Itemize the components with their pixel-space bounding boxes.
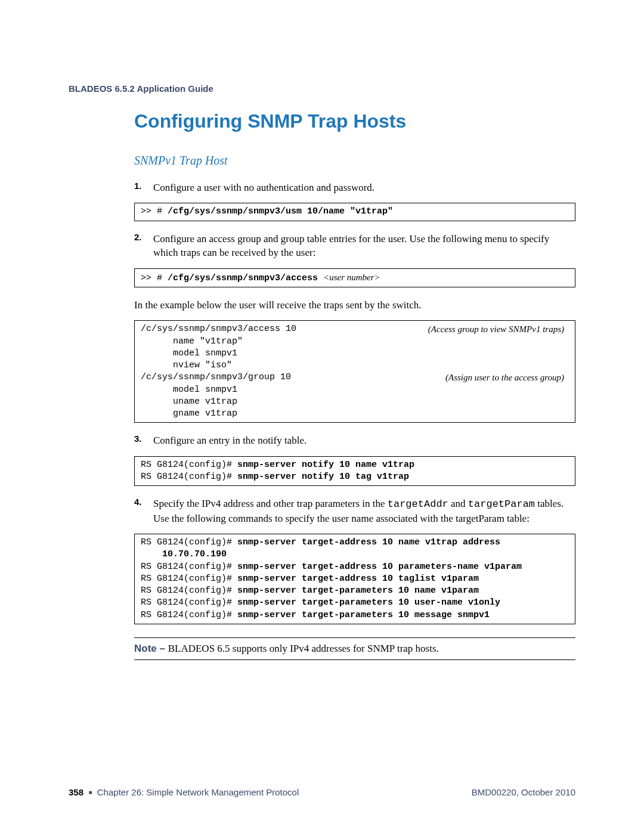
step-number: 2. — [134, 232, 150, 260]
content-body: 1. Configure a user with no authenticati… — [134, 181, 575, 660]
square-icon: ■ — [88, 789, 92, 795]
note-rule-top — [134, 637, 575, 638]
code-cmd: snmp-server target-parameters 10 message… — [237, 610, 490, 620]
step-number: 1. — [134, 181, 150, 194]
note: Note – BLADEOS 6.5 supports only IPv4 ad… — [134, 643, 575, 655]
text-part: and — [448, 498, 468, 509]
code-prompt: RS G8124(config)# — [141, 537, 237, 547]
code-block-3: RS G8124(config)# snmp-server notify 10 … — [134, 456, 575, 487]
code-cmd: snmp-server target-address 10 taglist v1… — [237, 574, 479, 584]
step-1: 1. Configure a user with no authenticati… — [134, 181, 575, 194]
code-line: model snmpv1 — [141, 384, 569, 396]
mono-term: targetAddr — [388, 498, 448, 510]
section-subtitle: SNMPv1 Trap Host — [134, 154, 575, 168]
code-line: uname v1trap — [141, 396, 569, 408]
step-text: Configure an entry in the notify table. — [153, 433, 575, 447]
code-cmd: snmp-server target-address 10 parameters… — [237, 562, 522, 572]
code-prefix: >> # — [141, 206, 168, 216]
note-body: BLADEOS 6.5 supports only IPv4 addresses… — [168, 643, 439, 654]
code-line: nview "iso" — [141, 360, 569, 371]
code-cmd: snmp-server notify 10 name v1trap — [237, 460, 414, 470]
step-text: Configure a user with no authentication … — [153, 181, 575, 194]
code-cmd: snmp-server target-parameters 10 name v1… — [237, 586, 479, 596]
code-block-example: /c/sys/ssnmp/snmpv3/access 10(Access gro… — [134, 320, 575, 423]
code-prompt: RS G8124(config)# — [141, 597, 237, 608]
code-line: model snmpv1 — [141, 348, 569, 360]
code-prompt: RS G8124(config)# — [141, 472, 237, 482]
code-comment: (Access group to view SNMPv1 traps) — [296, 323, 569, 335]
code-prompt: RS G8124(config)# — [141, 586, 237, 596]
code-prompt: RS G8124(config)# — [141, 574, 237, 584]
footer-left: 358 ■ Chapter 26: Simple Network Managem… — [69, 787, 299, 797]
note-rule-bottom — [134, 659, 575, 660]
page: BLADEOS 6.5.2 Application Guide Configur… — [0, 0, 644, 833]
step-followup: In the example below the user will recei… — [134, 298, 575, 312]
page-number: 358 — [69, 787, 83, 797]
code-block-4: RS G8124(config)# snmp-server target-add… — [134, 534, 575, 624]
text-part: Specify the IPv4 address and other trap … — [153, 498, 388, 509]
code-line: gname v1trap — [141, 408, 569, 420]
code-line: /c/sys/ssnmp/snmpv3/group 10 — [141, 371, 291, 383]
code-prompt: RS G8124(config)# — [141, 562, 237, 572]
code-prompt: RS G8124(config)# — [141, 460, 237, 470]
step-number: 4. — [134, 497, 150, 525]
step-number: 3. — [134, 433, 150, 447]
step-4: 4. Specify the IPv4 address and other tr… — [134, 497, 575, 525]
note-label: Note – — [134, 643, 168, 654]
code-comment: (Assign user to the access group) — [291, 371, 569, 383]
code-prefix: >> # — [141, 273, 168, 283]
code-prompt: RS G8124(config)# — [141, 610, 237, 620]
code-cmd: snmp-server target-address 10 name v1tra… — [237, 537, 506, 547]
code-arg: <user number> — [323, 272, 380, 282]
code-line: /c/sys/ssnmp/snmpv3/access 10 — [141, 323, 296, 335]
page-footer: 358 ■ Chapter 26: Simple Network Managem… — [69, 787, 575, 797]
code-cmd: snmp-server target-parameters 10 user-na… — [237, 597, 500, 608]
mono-term: targetParam — [468, 498, 535, 510]
step-2: 2. Configure an access group and group t… — [134, 232, 575, 260]
code-block-1: >> # /cfg/sys/ssnmp/snmpv3/usm 10/name "… — [134, 203, 575, 221]
doc-header: BLADEOS 6.5.2 Application Guide — [69, 83, 575, 94]
step-text: Configure an access group and group tabl… — [153, 232, 575, 260]
code-block-2: >> # /cfg/sys/ssnmp/snmpv3/access <user … — [134, 268, 575, 287]
chapter-label: Chapter 26: Simple Network Management Pr… — [97, 787, 299, 797]
code-cmd-cont: 10.70.70.190 — [141, 549, 227, 559]
code-cmd: /cfg/sys/ssnmp/snmpv3/access — [168, 273, 323, 283]
code-line: name "v1trap" — [141, 336, 569, 348]
page-title: Configuring SNMP Trap Hosts — [134, 110, 575, 132]
step-text: Specify the IPv4 address and other trap … — [153, 497, 575, 525]
code-cmd: /cfg/sys/ssnmp/snmpv3/usm 10/name "v1tra… — [168, 206, 393, 216]
footer-right: BMD00220, October 2010 — [472, 787, 575, 797]
code-cmd: snmp-server notify 10 tag v1trap — [237, 472, 409, 482]
step-3: 3. Configure an entry in the notify tabl… — [134, 433, 575, 447]
